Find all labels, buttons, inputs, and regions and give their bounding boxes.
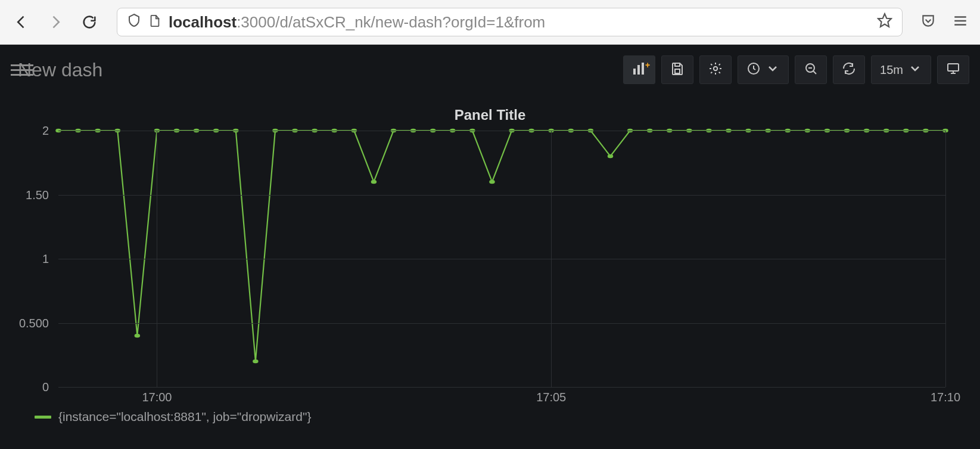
time-range-button[interactable] xyxy=(738,55,789,84)
shield-icon xyxy=(127,13,141,32)
monitor-icon xyxy=(946,61,960,79)
dashboard-toolbar: + xyxy=(623,55,969,84)
svg-point-4 xyxy=(714,66,717,70)
legend[interactable]: {instance="localhost:8881", job="dropwiz… xyxy=(35,410,969,424)
url-text: localhost:3000/d/atSxCR_nk/new-dash?orgI… xyxy=(169,13,870,32)
x-tick-label: 17:05 xyxy=(536,391,566,404)
panel-title: Panel Title xyxy=(11,104,969,131)
chevron-down-icon xyxy=(908,61,922,79)
svg-rect-7 xyxy=(948,64,959,71)
y-tick-label: 1 xyxy=(42,252,49,266)
browser-toolbar: localhost:3000/d/atSxCR_nk/new-dash?orgI… xyxy=(0,0,980,45)
dashboard-title[interactable]: New dash xyxy=(18,59,102,81)
legend-label: {instance="localhost:8881", job="dropwiz… xyxy=(58,410,311,424)
svg-point-36 xyxy=(608,154,614,158)
page-icon xyxy=(148,13,161,32)
x-tick-label: 17:10 xyxy=(931,391,960,404)
clock-icon xyxy=(746,61,761,79)
svg-point-18 xyxy=(253,360,259,363)
svg-rect-3 xyxy=(675,69,680,73)
refresh-button[interactable] xyxy=(833,55,865,84)
hamburger-menu-icon[interactable] xyxy=(953,13,968,31)
settings-button[interactable] xyxy=(699,55,732,84)
refresh-interval-label: 15m xyxy=(880,63,903,77)
x-axis: 17:0017:0517:10 xyxy=(58,387,945,405)
star-icon[interactable] xyxy=(877,13,892,32)
chevron-down-icon xyxy=(766,61,780,79)
y-axis: 00.50011.502 xyxy=(13,131,55,387)
y-tick-label: 0.500 xyxy=(19,316,49,330)
zoom-out-icon xyxy=(804,61,818,79)
svg-rect-0 xyxy=(633,69,636,75)
refresh-icon xyxy=(842,61,856,79)
forward-button[interactable] xyxy=(46,13,65,32)
save-icon xyxy=(670,61,685,79)
svg-rect-1 xyxy=(637,65,640,75)
pocket-icon[interactable] xyxy=(920,13,936,31)
reload-button[interactable] xyxy=(80,13,99,32)
address-bar[interactable]: localhost:3000/d/atSxCR_nk/new-dash?orgI… xyxy=(117,8,903,36)
svg-point-24 xyxy=(371,180,377,184)
zoom-out-button[interactable] xyxy=(795,55,827,84)
chart-area[interactable]: 00.50011.502 xyxy=(58,131,945,387)
x-tick-label: 17:00 xyxy=(142,391,172,404)
back-button[interactable] xyxy=(12,13,31,32)
plot-area xyxy=(58,131,945,387)
y-tick-label: 1.50 xyxy=(26,188,49,202)
svg-rect-2 xyxy=(642,63,644,75)
save-button[interactable] xyxy=(661,55,693,84)
legend-swatch xyxy=(35,416,51,419)
gear-icon xyxy=(708,61,723,79)
panel[interactable]: Panel Title 00.50011.502 17:0017:0517:10… xyxy=(11,104,969,424)
refresh-interval-button[interactable]: 15m xyxy=(871,55,931,84)
svg-point-12 xyxy=(135,334,141,337)
add-panel-button[interactable]: + xyxy=(623,55,655,84)
view-mode-button[interactable] xyxy=(937,55,969,84)
y-tick-label: 0 xyxy=(42,380,49,394)
svg-point-30 xyxy=(489,180,495,184)
y-tick-label: 2 xyxy=(42,124,49,138)
bar-chart-plus-icon: + xyxy=(632,61,646,79)
